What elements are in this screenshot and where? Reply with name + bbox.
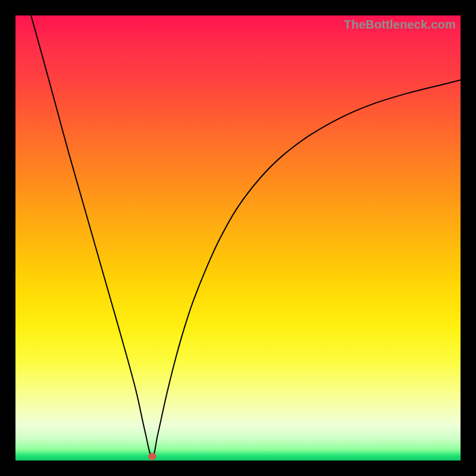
curve-svg: [15, 15, 461, 461]
plot-area: TheBottleneck.com: [15, 15, 461, 461]
bottleneck-curve: [31, 15, 461, 458]
chart-frame: TheBottleneck.com: [0, 0, 476, 476]
optimal-point-marker: [148, 453, 156, 460]
